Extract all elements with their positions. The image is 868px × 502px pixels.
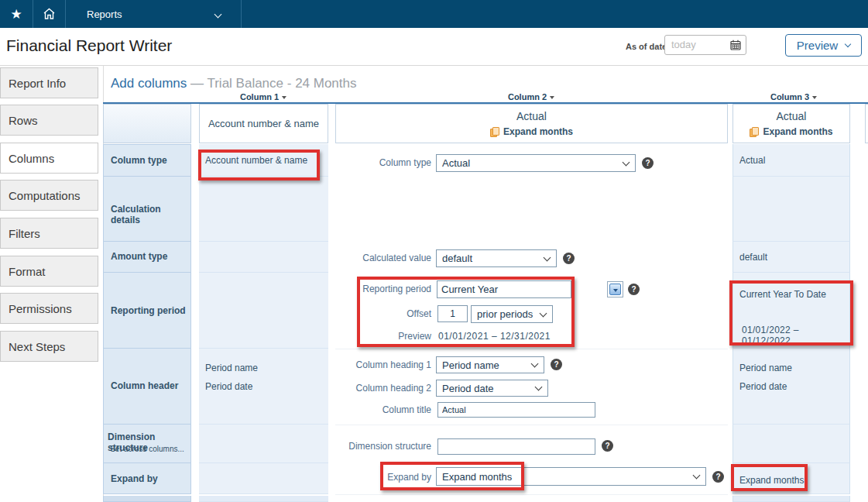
sidebar-item-label: Permissions (9, 302, 72, 315)
expand-by-select-value: Expand months (442, 471, 512, 483)
column-title-label: Column title (307, 404, 431, 415)
sidebar-item-report-info[interactable]: Report Info (0, 67, 98, 98)
column-type-label: Column type (307, 157, 431, 168)
col3-header-cell[interactable]: Actual Expand months (732, 104, 850, 143)
column-type-help-icon[interactable]: ? (642, 157, 654, 169)
expand-by-select[interactable]: Expand months (436, 467, 706, 486)
col1-header-line1: Period name (205, 363, 258, 373)
sidebar-item-label: Format (9, 265, 46, 278)
as-of-date-field (664, 35, 746, 55)
preview-button[interactable]: Preview (785, 34, 862, 57)
dimension-structure-label: Dimension structure (307, 441, 431, 452)
col3-reporting-period-cell: Current Year To Date 01/01/2022 – 01/12/… (732, 273, 850, 349)
as-of-date-input[interactable] (670, 38, 727, 51)
page-title: Financial Report Writer (6, 36, 172, 55)
col2-header-cell[interactable]: Actual Expand months (335, 104, 728, 143)
col3-header-line2: Period date (739, 381, 787, 392)
column-heading-1-select-value: Period name (442, 359, 499, 371)
column-3-menu-label: Column 3 (770, 92, 809, 101)
star-icon: ★ (10, 6, 22, 22)
column-type-select[interactable]: Actual (436, 154, 636, 172)
reporting-period-help-icon[interactable]: ? (628, 284, 640, 295)
calendar-icon[interactable] (730, 40, 741, 53)
expand-badge-label: Expand months (763, 126, 832, 137)
as-of-date-label: As of date (626, 42, 667, 51)
col3-partial-cell (732, 496, 850, 502)
expand-by-help-icon[interactable]: ? (712, 471, 724, 483)
sidebar-item-format[interactable]: Format (0, 256, 98, 287)
menu-caret-icon (812, 96, 817, 99)
calculated-value-select[interactable]: default (436, 249, 557, 267)
row-label-cell-partial (103, 496, 191, 502)
offset-unit-select[interactable]: prior periods (471, 305, 553, 323)
col4-header-sliver (865, 104, 868, 143)
col3-header-line1: Period name (739, 363, 792, 373)
column-heading-2-select-value: Period date (442, 383, 494, 394)
row-label-cell: Column header (103, 349, 191, 425)
sidebar-item-label: Computations (9, 189, 81, 202)
sidebar-item-next-steps[interactable]: Next Steps (0, 331, 98, 362)
sidebar-item-label: Columns (9, 152, 54, 165)
reporting-period-input[interactable] (437, 280, 571, 298)
column-title-input[interactable] (437, 402, 595, 418)
chevron-down-icon (540, 309, 547, 317)
offset-input[interactable] (437, 305, 468, 322)
row-label-cell: Column type (103, 144, 191, 177)
chevron-down-icon (693, 472, 701, 480)
heading-action: Add columns (111, 76, 187, 91)
col1-header-cell[interactable]: Account number & name (199, 104, 328, 143)
home-button[interactable] (33, 0, 66, 28)
column-heading-2-select[interactable]: Period date (436, 380, 548, 397)
home-icon (43, 8, 56, 20)
col3-reporting-period-value: Current Year To Date (739, 289, 826, 300)
dimension-structure-input[interactable] (437, 438, 595, 455)
calculated-value-help-icon[interactable]: ? (563, 253, 575, 264)
col3-amount-type-value: default (739, 252, 767, 263)
col2-header-title: Actual (336, 110, 727, 122)
col3-calculation-details-cell (732, 177, 850, 242)
col1-partial-cell (199, 496, 328, 502)
sidebar-item-columns[interactable]: Columns (0, 143, 98, 174)
grid-corner-header-cell (103, 104, 191, 143)
reports-menu[interactable]: Reports (65, 0, 242, 28)
preview-chevron-icon (845, 41, 851, 47)
column-2-menu[interactable]: Column 2 (508, 92, 554, 101)
row-label-expand-by: Expand by (111, 473, 158, 484)
chevron-down-icon (623, 158, 630, 166)
offset-unit-select-value: prior periods (477, 308, 533, 320)
col3-dimension-structure-cell (732, 425, 850, 463)
favorites-star-button[interactable]: ★ (0, 0, 33, 28)
preview-button-label: Preview (797, 39, 838, 52)
sidebar-item-filters[interactable]: Filters (0, 218, 98, 249)
column-heading-1-help-icon[interactable]: ? (551, 359, 562, 370)
chevron-down-icon (535, 383, 543, 391)
column-1-menu[interactable]: Column 1 (240, 92, 286, 101)
column-heading-2-label: Column heading 2 (307, 383, 431, 394)
calculated-value-select-value: default (442, 253, 472, 264)
row-label-cell: Dimension structure Set across columns..… (103, 425, 191, 463)
col3-reporting-dates-value: 01/01/2022 – 01/12/2022 (742, 325, 849, 346)
column-heading-1-select[interactable]: Period name (436, 356, 544, 373)
heading-separator: — (190, 76, 204, 91)
col3-expand-by-cell: Expand months (732, 463, 850, 494)
sidebar-item-rows[interactable]: Rows (0, 105, 98, 136)
financial-report-writer-app: ★ Reports Financial Report Writer As of … (0, 0, 868, 502)
sidebar-item-label: Report Info (9, 77, 66, 90)
dimension-structure-help-icon[interactable]: ? (602, 440, 613, 452)
sidebar-item-computations[interactable]: Computations (0, 180, 98, 211)
col1-header-line2: Period date (205, 381, 252, 392)
reporting-period-label: Reporting period (307, 284, 431, 294)
sidebar-item-permissions[interactable]: Permissions (0, 293, 98, 324)
col3-amount-type-cell: default (732, 242, 850, 273)
reporting-period-picker-button[interactable] (607, 281, 623, 297)
col1-calculation-details-cell (199, 177, 328, 242)
column-3-menu[interactable]: Column 3 (770, 92, 817, 101)
menu-caret-icon (282, 96, 286, 99)
set-across-columns-link[interactable]: Set across columns... (104, 445, 190, 453)
col2-row-divider (335, 349, 728, 349)
col1-header-text: Account number & name (208, 118, 319, 129)
heading-report-name: Trial Balance - 24 Months (207, 76, 356, 91)
expand-by-label: Expand by (307, 472, 431, 483)
row-label-calculation-details: Calculation details (111, 204, 190, 225)
expand-badge-label: Expand months (503, 126, 573, 137)
